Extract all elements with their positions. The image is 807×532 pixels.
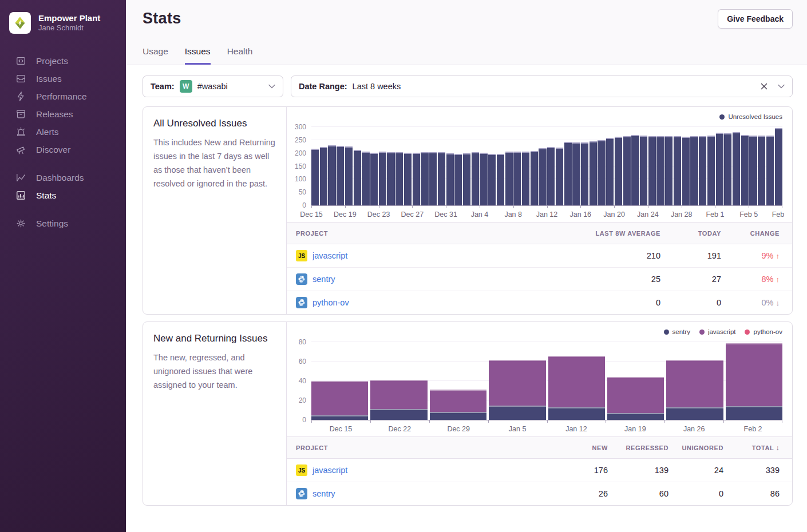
bar xyxy=(766,136,774,205)
python-project-icon xyxy=(296,488,307,499)
column-header-new[interactable]: New xyxy=(556,444,608,451)
tab-bar: UsageIssuesHealth xyxy=(143,46,252,65)
sidebar-item-discover[interactable]: Discover xyxy=(0,141,126,158)
bar xyxy=(749,136,757,205)
x-axis-label: Jan 19 xyxy=(624,425,646,433)
bar xyxy=(404,153,412,205)
segment-javascript xyxy=(489,360,545,406)
segment-sentry xyxy=(548,407,605,420)
chevron-down-icon xyxy=(778,84,785,89)
legend-item-javascript: javascript xyxy=(699,328,736,335)
x-axis-tick xyxy=(782,206,782,208)
segment-javascript xyxy=(548,356,605,407)
project-link-sentry[interactable]: sentry xyxy=(312,275,335,284)
x-axis-tick xyxy=(480,206,480,208)
bar xyxy=(320,147,327,205)
change-up-arrow-icon: ↑ xyxy=(776,275,780,284)
new-returning-description-panel: New and Returning Issues The new, regres… xyxy=(143,322,287,505)
x-axis-label: Jan 12 xyxy=(565,425,587,433)
column-header-total[interactable]: Total↓ xyxy=(723,444,780,452)
clear-icon[interactable] xyxy=(761,83,768,90)
table-header-row: Project New Regressed Unignored Total↓ xyxy=(287,436,792,458)
sidebar-item-label: Issues xyxy=(36,74,62,84)
y-axis-label: 100 xyxy=(295,175,306,183)
bar xyxy=(438,152,445,205)
sidebar-item-dashboards[interactable]: Dashboards xyxy=(0,169,126,186)
x-axis-tick xyxy=(429,420,430,423)
sidebar-item-releases[interactable]: Releases xyxy=(0,105,126,123)
bars xyxy=(311,128,782,205)
x-axis-label: Jan 16 xyxy=(570,211,592,219)
issues-icon xyxy=(15,73,26,84)
x-axis-label: Jan 28 xyxy=(671,211,693,219)
regressed-value: 60 xyxy=(608,489,668,498)
project-link-javascript[interactable]: javascript xyxy=(312,251,347,260)
tab-health[interactable]: Health xyxy=(227,46,253,65)
empower-plant-logo-icon xyxy=(9,12,31,34)
project-link-sentry[interactable]: sentry xyxy=(312,489,335,498)
tab-issues[interactable]: Issues xyxy=(185,46,211,65)
bar xyxy=(606,138,614,205)
date-range-select[interactable]: Date Range: Last 8 weeks xyxy=(291,76,793,97)
tab-usage[interactable]: Usage xyxy=(143,46,168,65)
y-axis-label: 0 xyxy=(302,201,306,209)
column-header-today[interactable]: Today xyxy=(660,230,721,237)
column-header-change[interactable]: Change xyxy=(721,230,780,237)
sidebar: Empower Plant Jane Schmidt ProjectsIssue… xyxy=(0,0,126,532)
column-header-project[interactable]: Project xyxy=(296,230,535,237)
bar xyxy=(387,152,394,205)
unresolved-issues-description-panel: All Unresolved Issues This includes New … xyxy=(143,107,287,314)
x-axis-label: Dec 27 xyxy=(401,211,424,219)
bar xyxy=(733,132,740,205)
legend-dot-icon xyxy=(699,329,705,335)
column-header-project[interactable]: Project xyxy=(296,444,556,451)
y-axis-label: 50 xyxy=(299,188,306,196)
bar xyxy=(590,141,597,205)
stats-icon xyxy=(15,190,26,201)
unresolved-issues-table: Project Last 8w Average Today Change JSj… xyxy=(287,222,792,314)
bar xyxy=(345,146,353,205)
x-axis-label: Feb 2 xyxy=(744,425,762,433)
x-axis-tick xyxy=(580,206,581,208)
org-header[interactable]: Empower Plant Jane Schmidt xyxy=(0,0,126,39)
sidebar-item-alerts[interactable]: Alerts xyxy=(0,123,126,141)
y-axis-label: 20 xyxy=(299,396,306,404)
bar xyxy=(311,149,319,205)
sidebar-item-performance[interactable]: Performance xyxy=(0,88,126,105)
sidebar-item-settings[interactable]: Settings xyxy=(0,215,126,232)
sidebar-item-projects[interactable]: Projects xyxy=(0,52,126,70)
column-header-unignored[interactable]: Unignored xyxy=(668,444,723,451)
project-link-python-ov[interactable]: python-ov xyxy=(312,298,349,307)
new-returning-issues-chart[interactable]: sentryjavascriptpython-ov 020406080 Dec … xyxy=(287,322,792,436)
y-axis-label: 40 xyxy=(299,377,306,385)
bar xyxy=(572,142,580,205)
bar xyxy=(488,154,496,205)
x-axis-tick xyxy=(664,420,665,423)
sidebar-item-stats[interactable]: Stats xyxy=(0,186,126,204)
column-header-avg[interactable]: Last 8w Average xyxy=(535,230,660,237)
x-axis-label: Jan 20 xyxy=(603,211,625,219)
new-returning-issues-card: New and Returning Issues The new, regres… xyxy=(143,321,793,506)
give-feedback-button[interactable]: Give Feedback xyxy=(718,9,793,29)
bar xyxy=(615,137,622,205)
segment-javascript xyxy=(430,390,486,412)
sidebar-item-issues[interactable]: Issues xyxy=(0,70,126,88)
org-name: Empower Plant xyxy=(38,13,100,24)
project-link-javascript[interactable]: javascript xyxy=(312,466,347,475)
x-axis-tick xyxy=(782,420,782,423)
x-axis-label: Jan 26 xyxy=(683,425,705,433)
column-header-regressed[interactable]: Regressed xyxy=(608,444,668,451)
bar xyxy=(497,154,504,205)
bar xyxy=(463,153,470,205)
legend-label: sentry xyxy=(672,328,690,335)
project-cell: JSjavascript xyxy=(296,464,556,476)
unignored-value: 24 xyxy=(668,466,723,475)
legend-item-python-ov: python-ov xyxy=(745,328,782,335)
avg-value: 210 xyxy=(535,251,660,260)
bar xyxy=(758,136,765,205)
bar xyxy=(395,152,403,205)
team-select[interactable]: Team: W #wasabi xyxy=(143,76,283,97)
x-axis-tick xyxy=(682,206,682,208)
unresolved-issues-chart[interactable]: Unresolved Issues 050100150200250300 Dec… xyxy=(287,107,792,222)
settings-icon xyxy=(15,218,26,229)
